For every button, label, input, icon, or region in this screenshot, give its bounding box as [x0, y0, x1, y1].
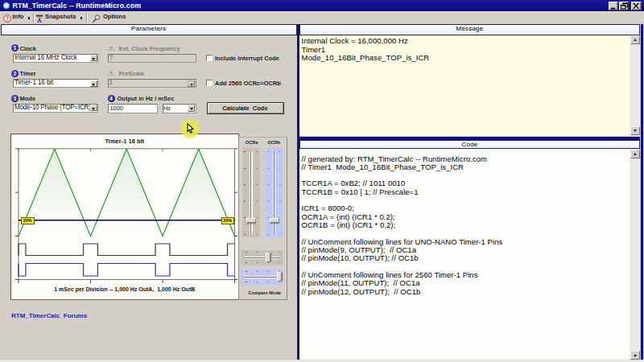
menu-separator — [86, 14, 88, 23]
slider-tick — [244, 217, 245, 218]
close-icon — [632, 2, 641, 10]
clock-select[interactable]: Internal 16 MHz Clock — [13, 54, 98, 63]
title-bar: RTM_TimerCalc -- RuntimeMicro.com — [0, 0, 644, 11]
slider-tick — [244, 168, 245, 169]
slider-tick — [257, 252, 258, 253]
slider-tick — [279, 217, 280, 218]
snapshots-dropdown-arrow-icon[interactable] — [80, 17, 82, 19]
scroll-up-button[interactable] — [630, 35, 640, 44]
info-dropdown-arrow-icon[interactable] — [28, 17, 30, 19]
menu-snapshots[interactable]: Snapshots — [45, 13, 76, 20]
timer-select[interactable]: Timer-1 16 bit — [13, 79, 98, 88]
slider-tick — [246, 282, 246, 282]
ext-clock-input[interactable]: ? — [108, 54, 196, 63]
slider-tick — [268, 201, 269, 202]
timer-dropdown-button[interactable] — [90, 80, 97, 87]
slider-tick — [279, 262, 280, 263]
slider-tick — [268, 262, 269, 263]
compare-slider-b-track[interactable] — [244, 276, 281, 279]
output-unit-dropdown-button[interactable] — [188, 105, 195, 112]
waveform-panel: Timer-1 16 bit 20% 20% 1 mSec per Divisi… — [10, 134, 239, 300]
svg-text:?: ? — [5, 14, 8, 22]
info-icon: ? — [3, 14, 11, 23]
ocrb-label: OCRb — [267, 140, 280, 145]
slider-tick — [268, 252, 269, 253]
slider-tick — [257, 184, 258, 185]
slider-tick — [279, 234, 280, 235]
right-panels: Message Internal Clock = 16,000,000 Hz T… — [297, 24, 643, 360]
step-4-badge: 4 — [108, 95, 115, 102]
output-value: 1000 — [110, 105, 123, 112]
mode-value: Mode-10 Phase (TOP=ICR) — [14, 104, 91, 111]
ocrb-slider[interactable] — [266, 148, 283, 237]
scroll-up-button[interactable] — [630, 150, 640, 158]
step-2-badge: 2 — [11, 70, 19, 77]
slider-tick — [268, 168, 269, 169]
mode-select[interactable]: Mode-10 Phase (TOP=ICR) — [13, 104, 98, 113]
snapshots-icon — [35, 14, 43, 23]
code-scrollbar[interactable] — [630, 149, 640, 360]
add-2560-label: Add 2560 OCRc=OCRb — [215, 80, 281, 87]
timer-label: Timer — [20, 70, 36, 77]
minimize-button[interactable] — [609, 2, 619, 10]
menu-separator — [33, 14, 35, 23]
slider-tick — [244, 151, 245, 152]
ocrb-slider-thumb[interactable] — [270, 218, 279, 223]
ocra-label: OCRa — [246, 140, 258, 145]
duty-marker-left: 20% — [21, 217, 35, 224]
restore-button[interactable] — [619, 2, 630, 10]
output-value-input[interactable]: 1000 — [108, 104, 159, 113]
add-2560-checkbox[interactable] — [206, 80, 213, 86]
slider-tick — [257, 234, 258, 235]
message-text: Internal Clock = 16,000,000 Hz Timer1 Mo… — [302, 37, 430, 62]
compare-slider-a-track[interactable] — [244, 257, 281, 260]
slider-tick — [257, 262, 258, 263]
slider-tick — [279, 184, 280, 185]
compare-mode-label: Compare Mode — [249, 290, 281, 295]
include-interrupt-label: Include Interrupt Code — [215, 55, 279, 62]
close-button[interactable] — [631, 2, 642, 10]
ocra-slider[interactable] — [242, 148, 260, 237]
parameters-header: Parameters — [1, 24, 297, 35]
slider-tick — [246, 252, 246, 253]
calculate-code-button[interactable]: Calculate Code — [207, 102, 284, 115]
compare-slider-a-thumb[interactable] — [266, 253, 270, 262]
message-scrollbar[interactable] — [630, 35, 640, 136]
code-header: Code — [299, 140, 640, 150]
slider-tick — [279, 151, 280, 152]
prescale-dropdown-button[interactable] — [188, 80, 195, 87]
duty-marker-right: 20% — [221, 217, 235, 224]
scroll-down-button[interactable] — [630, 126, 640, 135]
slider-tick — [268, 234, 269, 235]
slider-tick — [268, 217, 269, 218]
slider-tick — [244, 184, 245, 185]
compare-slider-b-thumb[interactable] — [277, 272, 282, 282]
clock-dropdown-button[interactable] — [90, 55, 97, 61]
compare-slider-b[interactable] — [241, 269, 284, 285]
slider-tick — [244, 234, 245, 235]
compare-slider-a[interactable] — [241, 250, 284, 265]
prescale-label: PreScale — [119, 70, 145, 77]
output-unit-value: Hz — [163, 105, 171, 112]
menu-options[interactable]: Options — [103, 13, 126, 20]
forums-link[interactable]: RTM_TimerCalc Forums — [11, 312, 87, 319]
clock-value: Internal 16 MHz Clock — [14, 54, 76, 61]
ocra-slider-thumb[interactable] — [246, 218, 256, 223]
restore-icon — [620, 2, 629, 10]
slider-tick — [279, 168, 280, 169]
slider-tick — [268, 282, 269, 282]
prescale-select[interactable]: 1 — [108, 79, 196, 88]
window-title: RTM_TimerCalc -- RuntimeMicro.com — [13, 2, 142, 10]
menu-info[interactable]: Info — [13, 13, 24, 20]
slider-tick — [246, 271, 246, 272]
slider-tick — [279, 201, 280, 202]
output-unit-select[interactable]: Hz — [163, 104, 196, 113]
prescale-hint: .?. — [108, 70, 115, 77]
include-interrupt-checkbox[interactable] — [206, 55, 213, 61]
triangle-wave-fill — [19, 149, 235, 237]
app-window: RTM_TimerCalc -- RuntimeMicro.com ? Info — [0, 0, 644, 362]
mode-dropdown-button[interactable] — [90, 105, 97, 111]
app-icon — [3, 2, 10, 9]
scroll-down-button[interactable] — [630, 351, 640, 360]
slider-tick — [279, 282, 280, 282]
